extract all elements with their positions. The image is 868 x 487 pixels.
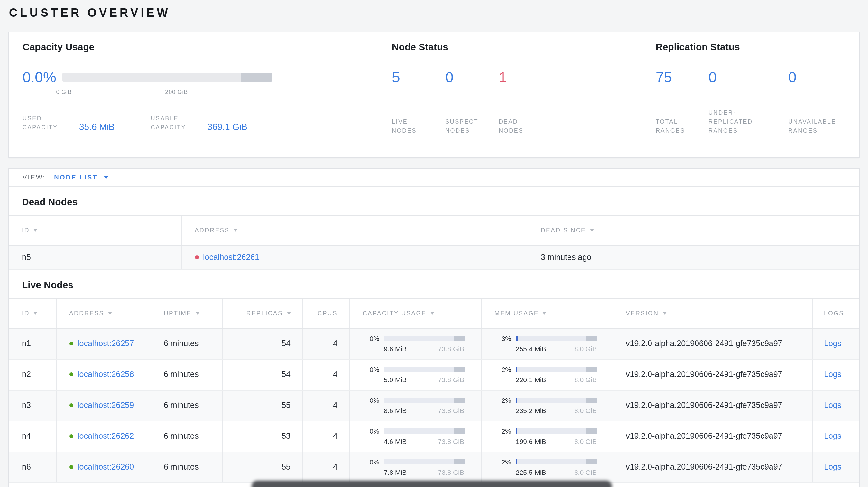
- page-title: CLUSTER OVERVIEW: [9, 6, 860, 20]
- live-col-header-capacity-usage[interactable]: CAPACITY USAGE: [349, 298, 481, 328]
- node-capacity-usage-cell: 0% 7.8 MiB73.8 GiB: [349, 452, 481, 483]
- node-address-cell: localhost:26258: [56, 359, 151, 390]
- capacity-gauge-track: [62, 73, 272, 82]
- node-address-link[interactable]: localhost:26257: [78, 339, 134, 348]
- node-status-dot-live-icon: [69, 372, 73, 376]
- gauge-tick-label-200: 200 GiB: [165, 89, 188, 95]
- node-replicas: 55: [222, 390, 302, 421]
- logs-link[interactable]: Logs: [824, 432, 841, 441]
- sort-arrow-icon: [662, 312, 666, 315]
- node-replicas: 53: [222, 421, 302, 452]
- mem-usage-bar: [516, 336, 597, 341]
- unavailable-ranges-label: UNAVAILABLE RANGES: [788, 118, 829, 136]
- node-capacity-usage-cell: 0% 5.0 MiB73.8 GiB: [349, 359, 481, 390]
- node-status-dot-live-icon: [69, 434, 73, 438]
- live-col-header-replicas[interactable]: REPLICAS: [222, 298, 302, 328]
- under-replicated-ranges-value: 0: [708, 69, 788, 86]
- replication-status-panel: Replication Status 75 TOTAL RANGES 0 UND…: [656, 41, 859, 157]
- sort-arrow-icon: [287, 312, 290, 315]
- table-row: n4 localhost:26262 6 minutes 53 4 0% 4.6…: [9, 421, 859, 452]
- node-capacity-usage-cell: 0% 8.6 MiB73.8 GiB: [349, 390, 481, 421]
- node-uptime: 6 minutes: [151, 328, 222, 359]
- live-nodes-stat: 5 LIVE NODES: [392, 69, 445, 136]
- bar-max-marker: [586, 336, 597, 341]
- bar-max-marker: [454, 367, 465, 372]
- cluster-summary-card: Capacity Usage 0.0% 0 GiB 200 GiB USED C…: [8, 31, 860, 157]
- node-status-dot-live-icon: [69, 342, 73, 346]
- live-nodes-value: 5: [392, 69, 445, 86]
- live-col-header-address[interactable]: ADDRESS: [56, 298, 151, 328]
- view-selector-dropdown[interactable]: NODE LIST: [54, 173, 109, 181]
- dead-node-address-cell: localhost:26261: [181, 245, 528, 269]
- sort-arrow-icon: [590, 229, 594, 232]
- node-address-link[interactable]: localhost:26258: [78, 370, 134, 379]
- node-logs-cell: Logs: [812, 421, 859, 452]
- live-col-header-uptime[interactable]: UPTIME: [151, 298, 222, 328]
- bar-max-marker: [454, 459, 465, 464]
- node-cpus: 4: [302, 328, 349, 359]
- sort-arrow-icon: [430, 312, 434, 315]
- total-ranges-value: 75: [656, 69, 708, 86]
- node-replicas: 54: [222, 328, 302, 359]
- bar-max-marker: [454, 428, 465, 433]
- dead-nodes-value: 1: [499, 69, 560, 86]
- logs-link[interactable]: Logs: [824, 339, 841, 348]
- dead-col-header-dead-since[interactable]: DEAD SINCE: [528, 215, 859, 245]
- node-capacity-usage-cell: 0% 9.6 MiB73.8 GiB: [349, 328, 481, 359]
- node-address-link[interactable]: localhost:26259: [78, 401, 134, 410]
- dead-col-header-address[interactable]: ADDRESS: [181, 215, 528, 245]
- node-address-cell: localhost:26259: [56, 390, 151, 421]
- node-mem-usage-cell: 2% 235.2 MiB8.0 GiB: [481, 390, 614, 421]
- live-col-header-mem-usage[interactable]: MEM USAGE: [481, 298, 614, 328]
- capacity-usage-bar: [384, 428, 464, 433]
- suspect-nodes-stat: 0 SUSPECT NODES: [445, 69, 499, 136]
- node-mem-usage-cell: 2% 199.6 MiB8.0 GiB: [481, 421, 614, 452]
- sort-arrow-icon: [234, 229, 238, 232]
- unavailable-ranges-value: 0: [788, 69, 859, 86]
- node-address-link[interactable]: localhost:26260: [78, 462, 134, 472]
- dead-col-header-id[interactable]: ID: [9, 215, 181, 245]
- live-nodes-label: LIVE NODES: [392, 118, 433, 136]
- gauge-tick: [119, 84, 120, 88]
- capacity-usage-panel: Capacity Usage 0.0% 0 GiB 200 GiB USED C…: [23, 41, 392, 157]
- mem-usage-bar: [516, 367, 597, 372]
- node-replicas: 55: [222, 452, 302, 483]
- node-version: v19.2.0-alpha.20190606-2491-gfe735c9a97: [614, 452, 812, 483]
- node-replicas: 54: [222, 359, 302, 390]
- bar-max-marker: [454, 397, 465, 403]
- node-id: n4: [9, 421, 56, 452]
- logs-link[interactable]: Logs: [824, 401, 841, 410]
- logs-link[interactable]: Logs: [824, 370, 841, 379]
- table-row: n6 localhost:26260 6 minutes 55 4 0% 7.8…: [9, 452, 859, 483]
- node-logs-cell: Logs: [812, 390, 859, 421]
- node-id: n2: [9, 359, 56, 390]
- node-mem-usage-cell: 2% 225.5 MiB8.0 GiB: [481, 452, 614, 483]
- live-nodes-header-row: ID ADDRESS UPTIME REPLICAS CPUS CAPACITY…: [9, 298, 859, 328]
- node-address-link[interactable]: localhost:26262: [78, 432, 134, 441]
- table-row: n5 localhost:26261 3 minutes ago: [9, 245, 859, 269]
- live-col-header-cpus: CPUS: [302, 298, 349, 328]
- dead-node-address-link[interactable]: localhost:26261: [203, 253, 259, 261]
- usable-capacity-label: USABLE CAPACITY: [151, 115, 192, 132]
- bar-max-marker: [586, 428, 597, 433]
- live-col-header-id[interactable]: ID: [9, 298, 56, 328]
- node-id: n1: [9, 328, 56, 359]
- dead-nodes-header-row: ID ADDRESS DEAD SINCE: [9, 215, 859, 245]
- live-col-header-logs: LOGS: [812, 298, 859, 328]
- gauge-tick: [233, 84, 234, 88]
- node-uptime: 6 minutes: [151, 359, 222, 390]
- view-bar: VIEW: NODE LIST: [9, 168, 859, 186]
- bar-max-marker: [586, 397, 597, 403]
- live-col-header-version[interactable]: VERSION: [614, 298, 812, 328]
- capacity-gauge-reserved-segment: [241, 73, 272, 82]
- total-ranges-stat: 75 TOTAL RANGES: [656, 69, 708, 136]
- suspect-nodes-label: SUSPECT NODES: [445, 118, 487, 136]
- table-row: n3 localhost:26259 6 minutes 55 4 0% 8.6…: [9, 390, 859, 421]
- view-selected-option: NODE LIST: [54, 173, 98, 181]
- sort-arrow-icon: [33, 312, 37, 315]
- cluster-overview-page: CLUSTER OVERVIEW Capacity Usage 0.0% 0 G…: [0, 0, 868, 487]
- logs-link[interactable]: Logs: [824, 462, 841, 472]
- node-status-dot-live-icon: [69, 403, 73, 407]
- suspect-nodes-value: 0: [445, 69, 499, 86]
- node-mem-usage-cell: 2% 220.1 MiB8.0 GiB: [481, 359, 614, 390]
